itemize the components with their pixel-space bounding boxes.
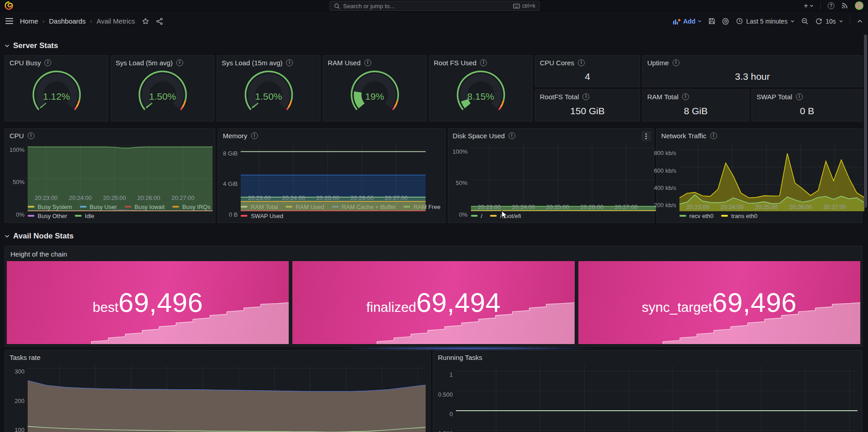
- panel-title[interactable]: Running Tasks: [438, 354, 482, 361]
- add-panel-button[interactable]: Add: [673, 18, 702, 25]
- network-chart[interactable]: [679, 144, 858, 202]
- gauge-value: 1.50%: [217, 91, 320, 102]
- info-icon[interactable]: i: [582, 93, 589, 100]
- legend-item[interactable]: Idle: [75, 213, 94, 219]
- chevron-down-icon: [5, 44, 10, 48]
- info-icon[interactable]: i: [364, 59, 371, 66]
- x-axis-label: 20:27:00: [823, 204, 846, 210]
- stat-value: 69,496: [118, 287, 203, 318]
- panel-title[interactable]: Root FS Used: [434, 59, 476, 67]
- refresh-picker[interactable]: 10s: [815, 18, 843, 25]
- legend-item[interactable]: SWAP Used: [241, 213, 283, 219]
- panel-title[interactable]: CPU: [10, 132, 24, 140]
- info-icon[interactable]: i: [682, 93, 689, 100]
- sys-load-15m-gauge[interactable]: 1.50%: [217, 68, 320, 121]
- user-avatar[interactable]: [855, 1, 863, 10]
- search-input[interactable]: Search or jump to... ctrl+k: [330, 1, 540, 11]
- ram-used-gauge[interactable]: 19%: [323, 68, 426, 121]
- panel-cpu: CPUi 0%50%100% 20:23:0020:24:0020:25:002…: [5, 128, 215, 223]
- cpu-busy-gauge[interactable]: 1.12%: [5, 68, 108, 121]
- legend-swatch: [75, 215, 82, 217]
- chevron-down-icon: [698, 20, 702, 23]
- info-icon[interactable]: i: [286, 59, 293, 66]
- panel-title[interactable]: SWAP Total: [756, 93, 792, 101]
- stat-label: best: [93, 300, 119, 315]
- info-icon[interactable]: i: [44, 59, 51, 66]
- panel-title[interactable]: RootFS Total: [540, 93, 579, 101]
- breadcrumb-home[interactable]: Home: [20, 17, 38, 25]
- y-axis-label: 8 GiB: [223, 150, 238, 156]
- info-icon[interactable]: i: [28, 132, 34, 139]
- cpu-chart[interactable]: [28, 144, 210, 193]
- panel-title[interactable]: Sys Load (15m avg): [222, 59, 282, 67]
- sys-load-5m-gauge[interactable]: 1.50%: [111, 68, 214, 121]
- section-header-server-stats[interactable]: Server Stats: [5, 40, 863, 52]
- time-range-picker[interactable]: Last 5 minutes: [736, 18, 795, 25]
- info-icon[interactable]: i: [578, 59, 585, 66]
- chevron-down-icon: [5, 234, 10, 238]
- dashboard-quick-actions: [142, 18, 163, 25]
- menu-toggle-button[interactable]: [5, 18, 13, 24]
- tasks-rate-chart[interactable]: [28, 365, 426, 432]
- panel-title[interactable]: Uptime: [647, 59, 669, 67]
- breadcrumb-current: Avail Metrics: [97, 17, 135, 25]
- help-icon[interactable]: ?: [828, 2, 834, 9]
- y-axis-label: 50%: [13, 179, 24, 185]
- panel-title[interactable]: Disk Space Used: [453, 132, 505, 140]
- collapse-toolbar-icon[interactable]: [857, 19, 863, 23]
- refresh-icon: [815, 18, 822, 24]
- stat-best[interactable]: best69,496: [7, 261, 289, 344]
- y-axis: 0%50%100%: [8, 144, 28, 193]
- info-icon[interactable]: i: [710, 132, 717, 139]
- stat-finalized[interactable]: finalized69,494: [292, 261, 574, 344]
- panel-menu-kebab[interactable]: [641, 131, 651, 141]
- info-icon[interactable]: i: [176, 59, 183, 66]
- toolbar-actions: Add Last 5 minutes 10s: [673, 18, 863, 25]
- disk-chart[interactable]: [471, 144, 649, 202]
- legend-item[interactable]: recv eth0: [679, 213, 713, 219]
- legend-item[interactable]: trans eth0: [721, 213, 757, 219]
- legend-label: trans eth0: [731, 213, 757, 219]
- page-scrollbar[interactable]: [864, 31, 868, 432]
- y-axis-label: 100%: [452, 148, 467, 155]
- running-tasks-chart[interactable]: [456, 365, 858, 432]
- legend-label: recv eth0: [689, 213, 713, 219]
- legend-item[interactable]: Busy Other: [28, 213, 67, 219]
- new-menu-button[interactable]: +: [804, 3, 814, 9]
- legend-item[interactable]: /boot/efi: [490, 213, 521, 219]
- memory-chart[interactable]: [241, 144, 440, 193]
- info-icon[interactable]: i: [509, 132, 515, 139]
- panel-title[interactable]: Tasks rate: [10, 354, 40, 361]
- info-icon[interactable]: i: [796, 93, 803, 100]
- panel-title[interactable]: Height of the chain: [7, 248, 860, 261]
- grafana-logo[interactable]: [5, 1, 13, 10]
- panel-title[interactable]: CPU Cores: [540, 59, 574, 67]
- zoom-out-icon[interactable]: [801, 18, 809, 25]
- favorite-star-icon[interactable]: [142, 18, 149, 25]
- stat-value: 69,494: [416, 287, 501, 318]
- panel-title[interactable]: Network Traffic: [661, 132, 707, 140]
- panel-title[interactable]: CPU Busy: [10, 59, 41, 67]
- gauge-value: 8.15%: [429, 91, 532, 102]
- panel-title[interactable]: RAM Used: [328, 59, 361, 67]
- save-dashboard-icon[interactable]: [708, 18, 715, 24]
- info-icon[interactable]: i: [480, 59, 487, 66]
- legend-item[interactable]: /: [471, 213, 483, 219]
- panel-title[interactable]: RAM Total: [647, 93, 679, 101]
- root-fs-used-gauge[interactable]: 8.15%: [429, 68, 532, 121]
- scrollbar-thumb[interactable]: [864, 34, 867, 208]
- settings-gear-icon[interactable]: [722, 18, 729, 25]
- x-axis: 20:23:0020:24:0020:25:0020:26:0020:27:00: [451, 202, 649, 211]
- panel-title[interactable]: Sys Load (5m avg): [116, 59, 173, 67]
- breadcrumb-dashboards[interactable]: Dashboards: [49, 17, 86, 25]
- info-icon[interactable]: i: [673, 59, 679, 66]
- info-icon[interactable]: i: [251, 132, 258, 139]
- legend-row: recv eth0trans eth0: [679, 211, 858, 220]
- news-rss-icon[interactable]: [841, 2, 848, 9]
- section-header-avail-node-stats[interactable]: Avail Node Stats: [5, 230, 863, 242]
- add-chart-icon: [673, 18, 681, 24]
- keyboard-shortcut: ctrl+k: [513, 3, 535, 9]
- stat-sync-target[interactable]: sync_target69,496: [578, 261, 860, 344]
- panel-title[interactable]: Memory: [223, 132, 247, 140]
- share-icon[interactable]: [156, 18, 163, 25]
